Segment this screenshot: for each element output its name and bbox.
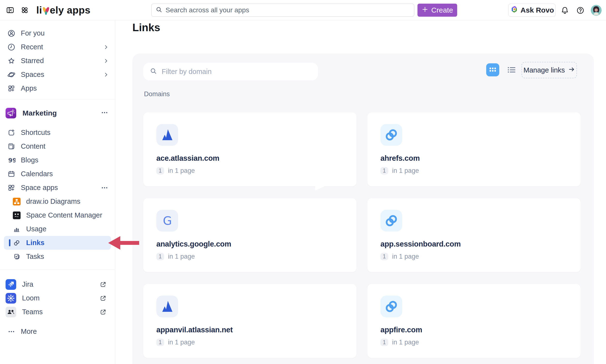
apps-grid-icon (7, 184, 15, 192)
search-icon (155, 6, 163, 14)
in-pages-label: in 1 page (392, 339, 419, 346)
domain-name: appanvil.atlassian.net (156, 325, 233, 334)
sidebar-item-space-content-manager[interactable]: Space Content Manager (0, 208, 115, 222)
sidebar-item-label: Recent (21, 43, 98, 51)
arrow-right-icon (568, 66, 575, 75)
create-button[interactable]: Create (417, 4, 457, 17)
megaphone-icon (6, 108, 16, 118)
sidebar-item-usage[interactable]: Usage (0, 222, 115, 236)
sidebar-item-more[interactable]: More (0, 325, 115, 338)
app-window: li ely apps Create Ask Rovo (0, 0, 606, 364)
logo-text-left: li (36, 5, 42, 16)
content-pages-icon (7, 142, 15, 151)
chevron-right-icon[interactable] (103, 72, 109, 77)
grid-view-button[interactable] (486, 63, 499, 76)
sidebar-collapse-icon[interactable] (6, 6, 14, 14)
space-header-marketing[interactable]: Marketing (0, 104, 115, 122)
manage-links-label: Manage links (523, 66, 565, 74)
sidebar-item-jira[interactable]: Jira (0, 277, 115, 291)
ask-rovo-button[interactable]: Ask Rovo (508, 4, 556, 17)
sidebar-item-blogs[interactable]: 99Blogs (0, 153, 115, 167)
sidebar-item-loom[interactable]: Loom (0, 291, 115, 305)
sidebar-item-label: Starred (21, 57, 98, 65)
logo-text-right: ely apps (50, 5, 91, 16)
link-count-badge: 1 (156, 253, 164, 260)
sidebar-item-label: More (21, 327, 109, 336)
planet-icon (7, 71, 15, 79)
sidebar-item-teams[interactable]: Teams (0, 305, 115, 319)
sidebar-item-label: Content (21, 142, 109, 150)
sidebar-item-label: draw.io Diagrams (26, 197, 109, 206)
filter-by-domain-input[interactable] (162, 68, 312, 76)
domain-card-ace-atlassian-com[interactable]: ace.atlassian.com1in 1 page (143, 112, 357, 186)
domain-card-ahrefs-com[interactable]: ahrefs.com1in 1 page (367, 112, 581, 186)
sidebar-primary-nav: For youRecentStarredSpacesApps (0, 20, 115, 95)
sidebar-item-links[interactable]: Links (4, 236, 111, 250)
ellipsis-icon[interactable] (100, 184, 109, 192)
domain-meta: 1in 1 page (156, 339, 195, 346)
space-menu-ellipsis-icon[interactable] (100, 108, 109, 118)
tasks-icon (13, 253, 21, 261)
external-link-icon (99, 308, 107, 316)
clock-icon (7, 43, 15, 51)
sidebar-item-content[interactable]: Content (0, 140, 115, 153)
top-bar: li ely apps Create Ask Rovo (0, 0, 606, 20)
sidebar-item-label: Usage (26, 225, 109, 233)
link-count-badge: 1 (380, 253, 388, 260)
drawio-icon (13, 197, 21, 206)
list-view-button[interactable] (506, 65, 517, 76)
domain-meta: 1in 1 page (380, 253, 419, 260)
sidebar-item-shortcuts[interactable]: Shortcuts (0, 126, 115, 140)
jira-icon (6, 279, 16, 290)
domain-card-analytics-google-com[interactable]: Ganalytics.google.com1in 1 page (143, 198, 357, 272)
app-switcher-icon[interactable] (21, 6, 28, 14)
notifications-bell-icon[interactable] (561, 6, 569, 15)
sidebar-item-for-you[interactable]: For you (0, 26, 115, 40)
sidebar-item-label: Shortcuts (21, 129, 109, 137)
google-icon: G (156, 210, 178, 232)
sidebar-item-starred[interactable]: Starred (0, 54, 115, 68)
domain-name: app.sessionboard.com (380, 240, 461, 248)
ask-rovo-label: Ask Rovo (521, 6, 554, 14)
in-pages-label: in 1 page (392, 253, 419, 260)
link-count-badge: 1 (156, 339, 164, 346)
sidebar-item-label: Tasks (26, 253, 109, 260)
sidebar-item-calendars[interactable]: Calendars (0, 167, 115, 181)
sidebar-item-space-apps[interactable]: Space apps (0, 181, 115, 195)
global-search-input[interactable] (165, 6, 410, 14)
grid-dots-icon (486, 63, 499, 77)
lively-apps-logo: li ely apps (36, 4, 91, 16)
link-icon (13, 239, 21, 247)
domain-card-app-sessionboard-com[interactable]: app.sessionboard.com1in 1 page (367, 198, 581, 272)
chevron-right-icon[interactable] (103, 44, 109, 50)
sidebar-item-apps[interactable]: Apps (0, 81, 115, 95)
in-pages-label: in 1 page (168, 253, 195, 260)
svg-text:G: G (163, 214, 172, 227)
star-icon (7, 57, 15, 65)
domain-meta: 1in 1 page (156, 167, 195, 174)
scm-icon (13, 211, 21, 220)
domain-card-appfire-com[interactable]: appfire.com1in 1 page (367, 284, 581, 358)
domain-name: ahrefs.com (380, 154, 420, 163)
help-icon[interactable] (576, 6, 585, 15)
chevron-right-icon[interactable] (103, 58, 109, 64)
sidebar: For youRecentStarredSpacesApps Marketing… (0, 20, 115, 364)
sidebar-item-label: Loom (22, 294, 94, 302)
link-chain-icon (380, 124, 402, 146)
sidebar-item-tasks[interactable]: Tasks (0, 250, 115, 263)
user-avatar[interactable] (591, 5, 602, 16)
domain-cards-grid: ace.atlassian.com1in 1 pageahrefs.com1in… (143, 112, 581, 358)
manage-links-button[interactable]: Manage links (522, 62, 577, 78)
global-search (151, 4, 414, 17)
link-chain-icon (380, 296, 402, 317)
domain-meta: 1in 1 page (380, 167, 419, 174)
sidebar-item-recent[interactable]: Recent (0, 40, 115, 54)
sidebar-item-spaces[interactable]: Spaces (0, 68, 115, 81)
domain-name: appfire.com (380, 325, 422, 334)
sidebar-item-draw-io-diagrams[interactable]: draw.io Diagrams (0, 195, 115, 208)
logo-leaf-v-icon (42, 6, 50, 16)
plus-icon (422, 6, 428, 14)
links-panel: Manage links Domains ace.atlassian.com1i… (132, 54, 594, 364)
domain-card-appanvil-atlassian-net[interactable]: appanvil.atlassian.net1in 1 page (143, 284, 357, 358)
in-pages-label: in 1 page (168, 339, 195, 346)
